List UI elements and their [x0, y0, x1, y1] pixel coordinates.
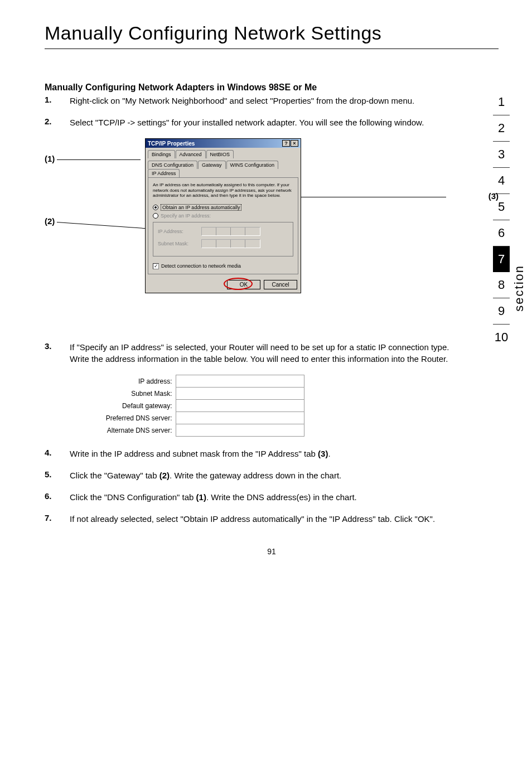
form-subnet-label: Subnet Mask: — [84, 388, 176, 400]
form-altdns-input[interactable] — [176, 424, 304, 437]
step-5: 5. Click the "Gateway" tab (2). Write th… — [45, 469, 454, 481]
form-ip-input[interactable] — [176, 375, 304, 388]
page-number: 91 — [45, 547, 499, 556]
subnet-mask-input[interactable] — [201, 239, 260, 248]
step-5-text: Click the "Gateway" tab (2). Write the g… — [70, 469, 454, 481]
tcpip-properties-dialog: TCP/IP Properties ? × Bindings Advanced … — [145, 138, 301, 293]
title-divider — [45, 49, 499, 49]
close-icon[interactable]: × — [291, 140, 298, 147]
tabs-row-1: Bindings Advanced NetBIOS — [146, 148, 301, 158]
subheading: Manually Configuring Network Adapters in… — [45, 83, 499, 93]
step-6: 6. Click the "DNS Configuration" tab (1)… — [45, 491, 454, 503]
step-6-text: Click the "DNS Configuration" tab (1). W… — [70, 491, 454, 503]
callout-line-1 — [57, 159, 141, 160]
callout-line-3 — [301, 197, 446, 197]
radio-auto-label: Obtain an IP address automatically — [161, 204, 241, 211]
detect-label: Detect connection to network media — [161, 263, 241, 269]
tab-ip-address[interactable]: IP Address — [148, 169, 180, 177]
form-prefdns-input[interactable] — [176, 412, 304, 424]
radio-specify-label: Specify an IP address: — [161, 213, 211, 219]
dialog-description: An IP address can be automatically assig… — [153, 182, 293, 199]
tab-advanced[interactable]: Advanced — [176, 150, 206, 158]
step-4: 4. Write in the IP address and subnet ma… — [45, 448, 454, 459]
callout-3: (3) — [489, 191, 499, 201]
form-altdns-label: Alternate DNS server: — [84, 424, 176, 437]
ip-address-label: IP Address: — [158, 229, 197, 234]
tab-wins-config[interactable]: WINS Configuration — [226, 161, 279, 169]
address-form-table: IP address: Subnet Mask: Default gateway… — [84, 375, 304, 437]
step-1-text: Right-click on "My Network Neighborhood"… — [70, 95, 454, 107]
detect-connection-checkbox[interactable]: ✓ Detect connection to network media — [153, 263, 293, 269]
step-7-text: If not already selected, select "Obtain … — [70, 513, 454, 525]
checkmark-icon: ✓ — [153, 263, 159, 269]
ip-fieldset: IP Address: Subnet Mask: — [153, 222, 293, 256]
dialog-figure: (1) (2) (3) TCP/IP Properties ? × Bindin… — [45, 138, 499, 328]
tab-netbios[interactable]: NetBIOS — [206, 150, 234, 158]
subnet-mask-label: Subnet Mask: — [158, 241, 197, 246]
step-2-number: 2. — [45, 117, 70, 128]
callout-2: (2) — [45, 216, 55, 226]
nav-10: 10 — [493, 325, 510, 350]
dialog-body: An IP address can be automatically assig… — [148, 177, 298, 274]
step-3-text: If "Specify an IP address" is selected, … — [70, 341, 454, 365]
radio-dot-unchecked-icon — [153, 213, 158, 219]
instruction-list: 1. Right-click on "My Network Neighborho… — [45, 95, 499, 128]
step-4-text: Write in the IP address and subnet mask … — [70, 448, 454, 459]
cancel-button[interactable]: Cancel — [264, 280, 297, 289]
form-gateway-input[interactable] — [176, 400, 304, 412]
tab-gateway[interactable]: Gateway — [198, 161, 226, 169]
instruction-list-continued: 3. If "Specify an IP address" is selecte… — [45, 341, 499, 365]
step-3: 3. If "Specify an IP address" is selecte… — [45, 341, 454, 365]
dialog-titlebar: TCP/IP Properties ? × — [146, 139, 301, 148]
ip-address-input[interactable] — [201, 227, 260, 236]
radio-specify-ip[interactable]: Specify an IP address: — [153, 213, 293, 219]
step-2-text: Select "TCP/IP -> settings" for your ins… — [70, 117, 454, 128]
help-icon[interactable]: ? — [282, 140, 290, 147]
form-subnet-input[interactable] — [176, 388, 304, 400]
step-3-number: 3. — [45, 341, 70, 365]
dialog-title: TCP/IP Properties — [148, 141, 195, 147]
form-prefdns-label: Preferred DNS server: — [84, 412, 176, 424]
callout-1: (1) — [45, 154, 55, 163]
tab-bindings[interactable]: Bindings — [148, 150, 175, 158]
step-1: 1. Right-click on "My Network Neighborho… — [45, 95, 454, 107]
step-6-number: 6. — [45, 491, 70, 503]
instruction-list-final: 4. Write in the IP address and subnet ma… — [45, 448, 499, 525]
ok-button[interactable]: OK — [227, 280, 260, 289]
nav-1: 1 — [493, 89, 510, 115]
page-title: Manually Configuring Network Settings — [45, 22, 499, 44]
form-ip-label: IP address: — [84, 375, 176, 388]
step-2: 2. Select "TCP/IP -> settings" for your … — [45, 117, 454, 128]
tab-dns-config[interactable]: DNS Configuration — [148, 161, 197, 169]
step-1-number: 1. — [45, 95, 70, 107]
radio-obtain-auto[interactable]: Obtain an IP address automatically — [153, 204, 293, 211]
section-vertical-label: section — [512, 265, 526, 312]
nav-2: 2 — [493, 115, 510, 142]
dialog-buttons: OK Cancel — [146, 277, 301, 293]
tabs-row-2: DNS Configuration Gateway WINS Configura… — [146, 158, 301, 177]
form-gateway-label: Default gateway: — [84, 400, 176, 412]
step-7: 7. If not already selected, select "Obta… — [45, 513, 454, 525]
step-5-number: 5. — [45, 469, 70, 481]
step-4-number: 4. — [45, 448, 70, 459]
radio-dot-checked-icon — [153, 205, 158, 210]
step-7-number: 7. — [45, 513, 70, 525]
